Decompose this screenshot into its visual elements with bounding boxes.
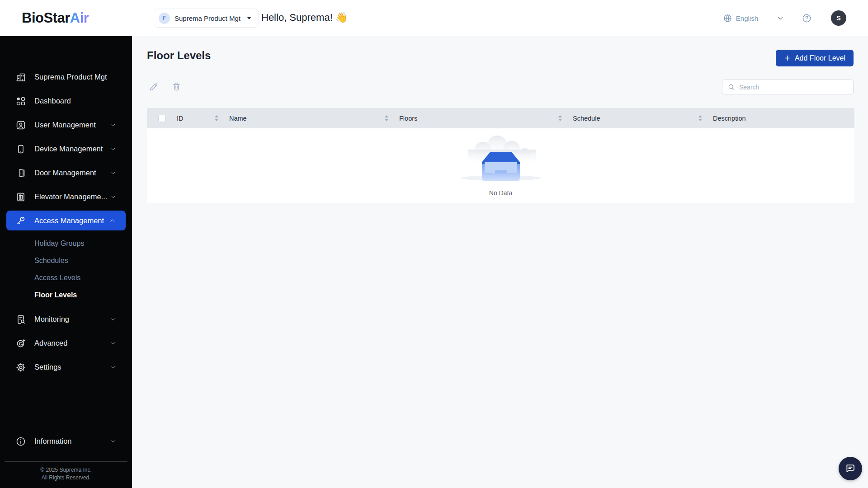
sidebar-item-elevator-management[interactable]: Elevator Manageme... [0, 185, 132, 209]
sidebar-subitem-holiday-groups[interactable]: Holiday Groups [0, 235, 132, 252]
floor-levels-table: ID Name Floors Schedule Description [147, 108, 854, 203]
user-card-icon [15, 120, 26, 131]
header-actions: English S [723, 0, 846, 36]
language-label: English [736, 14, 758, 22]
plus-icon [784, 55, 791, 61]
workspace-badge: F [159, 13, 170, 24]
key-icon [15, 215, 26, 226]
sidebar-item-label: Access Management [34, 216, 104, 225]
trash-icon [171, 81, 182, 92]
subitem-label: Schedules [34, 257, 68, 265]
building-icon [15, 72, 26, 83]
chevron-down-icon [110, 438, 117, 445]
table-header-floors[interactable]: Floors [399, 115, 573, 122]
device-icon [15, 144, 26, 155]
sidebar-item-label: Device Management [34, 145, 103, 153]
chevron-down-icon [110, 145, 117, 152]
copyright-line1: © 2025 Suprema Inc. [0, 466, 132, 474]
column-label: ID [177, 115, 184, 122]
subitem-label: Access Levels [34, 274, 80, 282]
sidebar-nav: Suprema Product Mgt Dashboard User Manag… [0, 36, 132, 488]
sidebar-item-label: Elevator Manageme... [34, 192, 107, 201]
avatar-initial: S [836, 14, 840, 22]
workspace-selector[interactable]: F Suprema Product Mgt [154, 9, 259, 28]
search-box [722, 80, 854, 94]
table-header-description: Description [713, 115, 854, 122]
table-header-schedule[interactable]: Schedule [573, 115, 713, 122]
dashboard-icon [15, 96, 26, 107]
sidebar-item-settings[interactable]: Settings [0, 355, 132, 379]
chat-icon [844, 463, 856, 474]
table-header-checkbox-cell [147, 115, 177, 122]
empty-box-illustration [456, 135, 546, 188]
no-data-text: No Data [489, 189, 512, 197]
main-content: Floor Levels Add Floor Level ID Name [132, 36, 868, 488]
select-all-checkbox[interactable] [158, 115, 165, 122]
subitem-label: Holiday Groups [34, 239, 84, 248]
sidebar-item-access-management[interactable]: Access Management [6, 211, 126, 230]
advanced-icon [15, 338, 26, 349]
sidebar-subitem-access-levels[interactable]: Access Levels [0, 269, 132, 286]
sidebar-item-monitoring[interactable]: Monitoring [0, 307, 132, 331]
monitoring-icon [15, 314, 26, 325]
sort-icon[interactable] [385, 115, 388, 121]
copyright: © 2025 Suprema Inc. All Rights Reserved. [0, 462, 132, 488]
caret-down-icon [247, 17, 251, 19]
sidebar-menu: Suprema Product Mgt Dashboard User Manag… [0, 36, 132, 379]
edit-button[interactable] [148, 81, 159, 92]
sidebar-item-label: Door Management [34, 169, 96, 177]
add-floor-level-label: Add Floor Level [795, 54, 845, 62]
workspace-label: Suprema Product Mgt [175, 14, 241, 22]
language-selector[interactable]: English [723, 14, 758, 23]
table-header-name[interactable]: Name [229, 115, 399, 122]
access-management-submenu: Holiday Groups Schedules Access Levels F… [0, 233, 132, 307]
greeting-text: Hello, Suprema! 👋 [261, 12, 348, 23]
sidebar-item-label: Advanced [34, 339, 67, 347]
sidebar-spacer [0, 379, 132, 429]
add-floor-level-button[interactable]: Add Floor Level [776, 50, 854, 66]
chevron-down-icon [110, 316, 117, 323]
sort-icon[interactable] [215, 115, 218, 121]
sort-icon[interactable] [698, 115, 702, 121]
gear-icon [15, 362, 26, 373]
globe-icon [723, 14, 732, 23]
chevron-down-icon [110, 122, 117, 128]
top-header: BioStarAir F Suprema Product Mgt Hello, … [0, 0, 868, 36]
chevron-down-icon[interactable] [776, 14, 784, 22]
chevron-down-icon [110, 169, 117, 176]
column-label: Floors [399, 115, 417, 122]
sidebar-item-suprema-product-mgt[interactable]: Suprema Product Mgt [0, 65, 132, 89]
chevron-down-icon [110, 340, 117, 347]
sidebar-item-information[interactable]: Information [0, 429, 132, 453]
sidebar-item-door-management[interactable]: Door Management [0, 161, 132, 185]
sidebar-item-label: Information [34, 437, 72, 446]
logo-text-accent: Air [70, 10, 89, 26]
sidebar-subitem-schedules[interactable]: Schedules [0, 252, 132, 269]
table-body-empty-state: No Data [147, 128, 854, 203]
copyright-line2: All Rights Reserved. [0, 474, 132, 482]
help-icon[interactable] [802, 13, 812, 23]
sidebar-item-device-management[interactable]: Device Management [0, 137, 132, 161]
elevator-icon [15, 192, 26, 202]
sidebar-item-advanced[interactable]: Advanced [0, 331, 132, 355]
chat-fab-button[interactable] [839, 457, 862, 480]
chevron-up-icon [109, 217, 116, 224]
chevron-down-icon [110, 364, 117, 371]
user-avatar[interactable]: S [831, 10, 846, 26]
sidebar-item-label: Monitoring [34, 315, 69, 324]
sidebar-item-label: Dashboard [34, 97, 71, 105]
sidebar-item-dashboard[interactable]: Dashboard [0, 89, 132, 113]
column-label: Schedule [573, 115, 600, 122]
subitem-label: Floor Levels [34, 291, 77, 299]
table-header-id[interactable]: ID [177, 115, 229, 122]
pencil-icon [148, 81, 159, 92]
door-icon [15, 168, 26, 178]
sort-icon[interactable] [558, 115, 562, 121]
search-input[interactable] [739, 84, 849, 91]
table-header-row: ID Name Floors Schedule Description [147, 108, 854, 128]
sidebar-item-user-management[interactable]: User Management [0, 113, 132, 137]
sidebar-item-label: Suprema Product Mgt [34, 73, 107, 81]
sidebar-subitem-floor-levels[interactable]: Floor Levels [0, 286, 132, 304]
chevron-down-icon [110, 193, 117, 200]
delete-button[interactable] [171, 81, 182, 92]
